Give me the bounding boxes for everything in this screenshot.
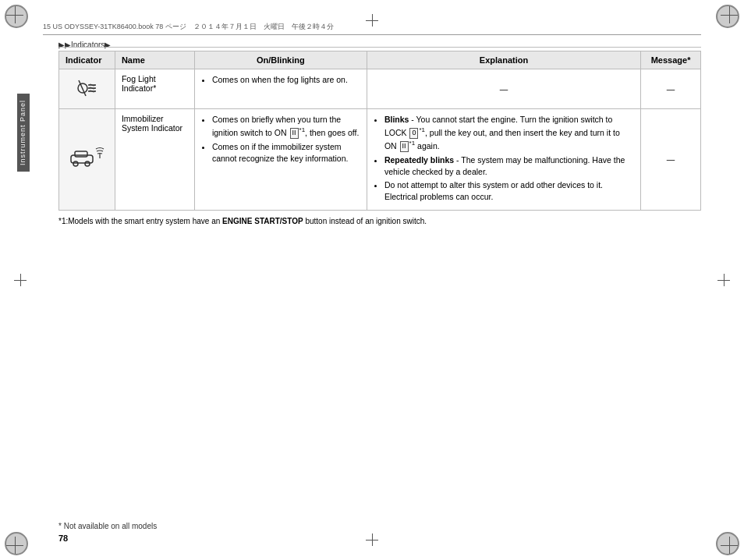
fog-light-on-blinking: Comes on when the fog lights are on. [194, 69, 367, 109]
svg-line-1 [79, 80, 86, 96]
table-row-fog-light: Fog LightIndicator* Comes on when the fo… [59, 69, 701, 109]
footnote-smart-entry: *1:Models with the smart entry system ha… [58, 217, 701, 225]
footnote-not-available: * Not available on all models [58, 522, 157, 530]
crosshair-right-center [717, 274, 730, 286]
fog-light-icon-cell [59, 69, 115, 109]
list-item: Do not attempt to alter this system or a… [384, 179, 634, 202]
col-header-name: Name [115, 51, 194, 69]
fog-light-name: Fog LightIndicator* [115, 69, 194, 109]
col-header-indicator: Indicator [59, 51, 115, 69]
immobilizer-name: ImmobilizerSystem Indicator [115, 109, 194, 211]
col-header-on-blinking: On/Blinking [194, 51, 367, 69]
crosshair-tl [6, 6, 23, 23]
immobilizer-icon [69, 144, 105, 172]
svg-point-8 [85, 161, 90, 166]
fog-light-icon [73, 74, 101, 102]
col-header-explanation: Explanation [367, 51, 640, 69]
immobilizer-on-blinking: Comes on briefly when you turn the ignit… [194, 109, 367, 211]
fog-light-explanation: — [367, 69, 640, 109]
breadcrumb: ▶▶Indicators▶ [58, 41, 111, 49]
crosshair-bottom-center [366, 533, 378, 546]
page-number: 78 [58, 533, 68, 543]
breadcrumb-divider [58, 47, 701, 48]
table-row-immobilizer: ImmobilizerSystem Indicator Comes on bri… [59, 109, 701, 211]
list-item: Blinks - You cannot start the engine. Tu… [384, 114, 634, 152]
immobilizer-icon-cell [59, 109, 115, 211]
immobilizer-explanation: Blinks - You cannot start the engine. Tu… [367, 109, 640, 211]
indicators-table: Indicator Name On/Blinking Explanation M… [58, 51, 701, 211]
main-content: Indicator Name On/Blinking Explanation M… [58, 51, 701, 517]
col-header-message: Message* [641, 51, 701, 69]
immobilizer-message: — [641, 109, 701, 211]
list-item: Comes on when the fog lights are on. [212, 74, 360, 86]
svg-rect-6 [75, 151, 87, 157]
crosshair-left-center [14, 274, 27, 286]
side-tab-instrument-panel: Instrument Panel [17, 94, 30, 172]
list-item: Comes on briefly when you turn the ignit… [212, 114, 360, 139]
crosshair-bl [6, 537, 23, 554]
list-item: Repeatedly blinks - The system may be ma… [384, 154, 634, 177]
crosshair-br [721, 537, 738, 554]
list-item: Comes on if the immobilizer system canno… [212, 141, 360, 164]
crosshair-tr [721, 6, 738, 23]
svg-point-7 [73, 161, 78, 166]
header-file-info: 15 US ODYSSEY-31TK86400.book 78 ページ ２０１４… [43, 22, 701, 35]
fog-light-message: — [641, 69, 701, 109]
